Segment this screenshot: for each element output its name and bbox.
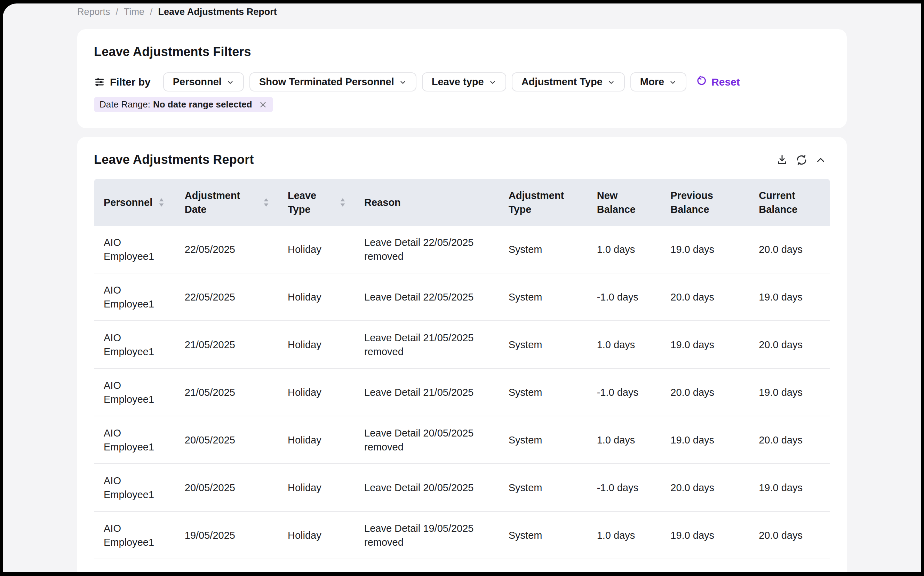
- table-row: AIO Employee121/05/2025HolidayLeave Deta…: [94, 320, 830, 368]
- cell-reason: Leave Detail 19/05/2025 removed: [354, 512, 499, 558]
- chevron-down-icon: [607, 78, 615, 86]
- filters-title: Leave Adjustments Filters: [94, 45, 830, 59]
- filter-dropdown-show-terminated-personnel[interactable]: Show Terminated Personnel: [250, 72, 416, 91]
- chevron-down-icon: [669, 78, 677, 86]
- chip-value: No date range selected: [153, 99, 252, 110]
- close-icon[interactable]: [258, 100, 267, 109]
- breadcrumb-item-reports[interactable]: Reports: [77, 6, 110, 18]
- sliders-icon: [94, 77, 105, 88]
- cell-personnel: AIO Employee1: [94, 512, 175, 558]
- cell-previous-balance: 20.0 days: [661, 281, 749, 313]
- sort-icon: [263, 197, 270, 208]
- cell-adjustment-type: System: [499, 424, 587, 456]
- page: Reports/Time/Leave Adjustments Report Le…: [3, 3, 921, 572]
- cell-leave-type: Holiday: [278, 376, 354, 408]
- cell-current-balance: 20.0 days: [749, 519, 830, 551]
- column-header-label: Adjustment Type: [509, 189, 579, 216]
- cell-current-balance: 20.0 days: [749, 424, 830, 456]
- cell-previous-balance: 19.0 days: [661, 424, 749, 456]
- cell-adjustment-type: System: [499, 519, 587, 551]
- cell-reason: Leave Detail 20/05/2025 removed: [354, 417, 499, 463]
- collapse-chevron-up-icon[interactable]: [815, 154, 826, 166]
- cell-adjustment-type: System: [499, 376, 587, 408]
- dropdown-label: Personnel: [173, 76, 222, 88]
- column-header-personnel[interactable]: Personnel: [94, 186, 175, 218]
- filter-dropdown-adjustment-type[interactable]: Adjustment Type: [512, 72, 625, 91]
- column-header-adjustment-type: Adjustment Type: [499, 179, 587, 226]
- cell-reason: Leave Detail 22/05/2025 removed: [354, 226, 499, 272]
- cell-reason: Leave Detail 22/05/2025: [354, 281, 499, 313]
- cell-current-balance: 20.0 days: [749, 234, 830, 266]
- cell-personnel: AIO Employee1: [94, 274, 175, 320]
- cell-adjustment-date: 21/05/2025: [175, 329, 278, 361]
- cell-new-balance: -1.0 days: [587, 472, 661, 504]
- cell-personnel: AIO Employee1: [94, 417, 175, 463]
- cell-current-balance: 20.0 days: [749, 329, 830, 361]
- column-header-adjustment-date[interactable]: Adjustment Date: [175, 179, 278, 226]
- cell-adjustment-type: System: [499, 472, 587, 504]
- cell-adjustment-type: System: [499, 281, 587, 313]
- download-icon[interactable]: [776, 154, 788, 166]
- cell-adjustment-date: 22/05/2025: [175, 234, 278, 266]
- column-header-label: Previous Balance: [670, 189, 741, 216]
- chevron-down-icon: [226, 78, 234, 86]
- column-header-current-balance: Current Balance: [749, 179, 830, 226]
- cell-leave-type: Holiday: [278, 329, 354, 361]
- reset-button[interactable]: Reset: [696, 75, 740, 89]
- column-header-previous-balance: Previous Balance: [661, 179, 749, 226]
- cell-previous-balance: 19.0 days: [661, 329, 749, 361]
- cell-personnel: AIO Employee1: [94, 465, 175, 510]
- cell-new-balance: 1.0 days: [587, 234, 661, 266]
- filters-card: Leave Adjustments Filters Filter by Pers…: [77, 29, 847, 128]
- filter-by-label: Filter by: [94, 76, 151, 88]
- breadcrumb-separator: /: [116, 6, 119, 18]
- cell-leave-type: Holiday: [278, 519, 354, 551]
- cell-previous-balance: 19.0 days: [661, 234, 749, 266]
- cell-adjustment-date: 20/05/2025: [175, 424, 278, 456]
- cell-adjustment-date: 19/05/2025: [175, 519, 278, 551]
- report-actions: [776, 154, 826, 166]
- cell-reason: Leave Detail 21/05/2025 removed: [354, 322, 499, 368]
- cell-adjustment-type: System: [499, 234, 587, 266]
- report-card: Leave Adjustments Report: [77, 137, 847, 572]
- dropdown-label: Adjustment Type: [522, 76, 602, 88]
- column-header-label: Current Balance: [759, 189, 822, 216]
- cell-new-balance: -1.0 days: [587, 281, 661, 313]
- column-header-label: Personnel: [104, 195, 152, 210]
- chevron-down-icon: [399, 78, 407, 86]
- table-body: AIO Employee122/05/2025HolidayLeave Deta…: [94, 226, 830, 572]
- breadcrumb-separator: /: [150, 6, 153, 18]
- column-header-label: Reason: [364, 195, 401, 210]
- cell-leave-type: Holiday: [278, 234, 354, 266]
- breadcrumb-item-time[interactable]: Time: [124, 6, 144, 18]
- cell-personnel: AIO Employee1: [94, 322, 175, 368]
- cell-adjustment-date: 22/05/2025: [175, 281, 278, 313]
- cell-leave-type: Holiday: [278, 281, 354, 313]
- dropdown-label: Leave type: [432, 76, 484, 88]
- cell-reason: Leave Detail 21/05/2025: [354, 376, 499, 408]
- refresh-icon[interactable]: [795, 154, 808, 166]
- cell-leave-type: Holiday: [278, 472, 354, 504]
- filter-dropdown-personnel[interactable]: Personnel: [163, 72, 244, 91]
- cell-new-balance: -1.0 days: [587, 376, 661, 408]
- table-row: AIO Employee122/05/2025HolidayLeave Deta…: [94, 273, 830, 320]
- filter-dropdown-more[interactable]: More: [630, 72, 686, 91]
- table-header-row: Personnel Adjustment Date Leave Type Rea…: [94, 179, 830, 226]
- date-range-chip[interactable]: Date Range: No date range selected: [94, 97, 273, 112]
- chevron-down-icon: [489, 78, 496, 86]
- filters-row: Filter by Personnel Show Terminated Pers…: [94, 72, 830, 91]
- dropdown-label: Show Terminated Personnel: [259, 76, 394, 88]
- leave-adjustments-table: Personnel Adjustment Date Leave Type Rea…: [94, 179, 830, 572]
- report-title: Leave Adjustments Report: [94, 152, 830, 167]
- cell-current-balance: 19.0 days: [749, 376, 830, 408]
- cell-current-balance: 19.0 days: [749, 472, 830, 504]
- sort-icon: [339, 197, 346, 208]
- column-header-leave-type[interactable]: Leave Type: [278, 179, 354, 226]
- table-row: AIO: [94, 558, 830, 572]
- cell-personnel: AIO Employee1: [94, 226, 175, 272]
- breadcrumb-item-leave-adjustments-report: Leave Adjustments Report: [158, 6, 277, 18]
- column-header-label: New Balance: [597, 189, 653, 216]
- filter-dropdown-leave-type[interactable]: Leave type: [422, 72, 506, 91]
- cell-personnel: AIO Employee1: [94, 370, 175, 415]
- rotate-ccw-icon: [696, 75, 707, 89]
